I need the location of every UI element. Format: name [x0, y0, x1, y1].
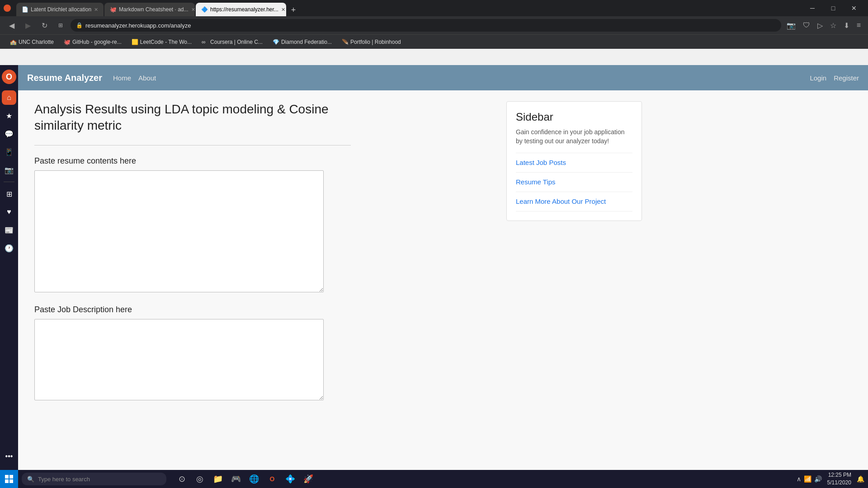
sidebar-whatsapp-icon[interactable]: 📱: [2, 145, 16, 159]
sidebar-link-item-jobs: Latest Job Posts: [516, 153, 632, 172]
bookmark-unc-charlotte[interactable]: 🏫 UNC Charlotte: [5, 37, 58, 47]
play-icon[interactable]: ▷: [816, 19, 825, 32]
taskbar-icon-rocket[interactable]: 🚀: [300, 471, 316, 487]
job-textarea[interactable]: [34, 319, 324, 400]
task-view-icon[interactable]: ⊙: [174, 471, 190, 487]
page-title: Analysis Results using LDA topic modelin…: [34, 101, 351, 134]
tab-favicon-lda: 📄: [22, 6, 28, 13]
resume-section: Paste resume contents here: [34, 156, 495, 294]
taskbar-icon-vscode[interactable]: 💠: [282, 471, 298, 487]
back-button[interactable]: ◀: [5, 19, 18, 32]
tab-favicon-resume: 🔷: [201, 6, 208, 13]
shield-icon[interactable]: 🛡: [801, 19, 812, 31]
svg-rect-1: [9, 475, 13, 479]
taskbar-icons: ⊙ ◎ 📁 🎮 🌐 O 💠 🚀: [174, 471, 316, 487]
tray-up-icon[interactable]: ∧: [797, 475, 801, 483]
taskbar-search-text: Type here to search: [38, 476, 90, 483]
sidebar-widget: Sidebar Gain confidence in your job appl…: [506, 101, 642, 221]
taskbar-icon-explorer[interactable]: 📁: [210, 471, 226, 487]
opera-sidebar: O ⌂ ★ 💬 📱 📷 ⊞ ♥ 📰 🕐 •••: [0, 65, 18, 470]
sidebar-history-icon[interactable]: 🕐: [2, 241, 16, 255]
nav-home-link[interactable]: Home: [113, 74, 131, 82]
taskbar-icon-chrome[interactable]: 🌐: [246, 471, 262, 487]
sidebar-star-icon[interactable]: ★: [2, 108, 16, 123]
latest-job-posts-link[interactable]: Latest Job Posts: [516, 159, 566, 166]
app-nav-links: Home About: [113, 74, 810, 82]
taskbar-icon-game[interactable]: 🎮: [228, 471, 244, 487]
bookmark-portfolio[interactable]: 🪶 Portfolio | Robinhood: [337, 37, 406, 47]
resume-tips-link[interactable]: Resume Tips: [516, 178, 556, 186]
taskbar: 🔍 Type here to search ⊙ ◎ 📁 🎮 🌐 O 💠 🚀 ∧ …: [0, 470, 868, 488]
bookmark-diamond[interactable]: 💎 Diamond Federatio...: [268, 37, 336, 47]
sidebar-divider-1: [4, 182, 14, 182]
close-button[interactable]: ✕: [844, 0, 864, 16]
download-icon[interactable]: ⬇: [842, 19, 851, 32]
address-bar[interactable]: 🔒 resumeanalyzer.herokuapp.com/analyze: [71, 19, 781, 32]
maximize-button[interactable]: □: [823, 0, 844, 16]
new-tab-button[interactable]: +: [287, 4, 300, 16]
title-divider: [34, 145, 351, 145]
forward-button[interactable]: ▶: [22, 19, 34, 32]
menu-icon[interactable]: ≡: [855, 19, 863, 31]
resume-textarea[interactable]: [34, 170, 324, 292]
taskbar-icon-opera[interactable]: O: [264, 471, 280, 487]
job-section: Paste Job Description here: [34, 305, 495, 402]
start-button[interactable]: [0, 470, 18, 488]
app-navbar: Resume Analyzer Home About Login Registe…: [18, 65, 868, 90]
diamond-favicon: 💎: [273, 39, 279, 45]
nav-about-link[interactable]: About: [138, 74, 156, 82]
tab-lda[interactable]: 📄 Latent Dirichlet allocation ✕: [16, 3, 104, 16]
svg-rect-2: [5, 479, 9, 483]
tray-network-icon[interactable]: 📶: [804, 475, 811, 483]
sidebar-widget-title: Sidebar: [516, 111, 632, 123]
resume-label: Paste resume contents here: [34, 156, 495, 166]
job-label: Paste Job Description here: [34, 305, 495, 314]
svg-rect-3: [9, 479, 13, 483]
tab-close-resume[interactable]: ✕: [281, 7, 285, 13]
register-link[interactable]: Register: [834, 74, 859, 82]
tab-close-lda[interactable]: ✕: [94, 7, 98, 13]
bookmark-github[interactable]: 🐙 GitHub - google-re...: [59, 37, 126, 47]
view-button[interactable]: ⊞: [54, 19, 67, 32]
portfolio-favicon: 🪶: [342, 39, 348, 45]
bookmarks-bar: 🏫 UNC Charlotte 🐙 GitHub - google-re... …: [0, 34, 868, 49]
bookmark-coursera[interactable]: ∞ Coursera | Online C...: [197, 37, 267, 47]
bookmark-leetcode[interactable]: 🟨 LeetCode - The Wo...: [127, 37, 196, 47]
tab-favicon-markdown: 🐙: [110, 6, 116, 13]
main-content: Analysis Results using LDA topic modelin…: [18, 90, 651, 424]
taskbar-tray: ∧ 📶 🔊: [797, 475, 822, 483]
tray-sound-icon[interactable]: 🔊: [814, 475, 822, 483]
lock-icon: 🔒: [76, 22, 83, 28]
content-area: Analysis Results using LDA topic modelin…: [34, 101, 495, 413]
sidebar-link-item-project: Learn More About Our Project: [516, 192, 632, 211]
app-brand: Resume Analyzer: [27, 73, 102, 83]
sidebar-home-icon[interactable]: ⌂: [2, 90, 16, 105]
tab-close-markdown[interactable]: ✕: [191, 7, 195, 13]
taskbar-time: 12:25 PM 5/11/2020: [827, 471, 851, 487]
login-link[interactable]: Login: [810, 74, 826, 82]
reload-button[interactable]: ↻: [38, 19, 51, 32]
sidebar-link-item-tips: Resume Tips: [516, 172, 632, 192]
learn-more-link[interactable]: Learn More About Our Project: [516, 197, 606, 205]
sidebar-news-icon[interactable]: 📰: [2, 223, 16, 237]
sidebar-links: Latest Job Posts Resume Tips Learn More …: [516, 153, 632, 211]
svg-rect-0: [5, 475, 9, 479]
unc-favicon: 🏫: [10, 39, 16, 45]
taskbar-icon-cortana[interactable]: ◎: [192, 471, 208, 487]
tab-resume-analyzer[interactable]: 🔷 https://resumeanalyzer.her... ✕: [196, 3, 286, 16]
tab-markdown[interactable]: 🐙 Markdown Cheatsheet · ad... ✕: [104, 3, 195, 16]
taskbar-search-icon: 🔍: [27, 476, 34, 483]
bookmark-star-icon[interactable]: ☆: [828, 19, 838, 32]
taskbar-right: ∧ 📶 🔊 12:25 PM 5/11/2020 🔔: [797, 471, 868, 487]
opera-logo-sidebar[interactable]: O: [2, 70, 16, 84]
sidebar-heart-icon[interactable]: ♥: [2, 205, 16, 219]
sidebar-grid-icon[interactable]: ⊞: [2, 187, 16, 201]
minimize-button[interactable]: ─: [802, 0, 823, 16]
sidebar-more-icon[interactable]: •••: [2, 451, 16, 465]
leetcode-favicon: 🟨: [132, 39, 138, 45]
notification-icon[interactable]: 🔔: [857, 475, 864, 483]
camera-icon[interactable]: 📷: [785, 19, 797, 32]
sidebar-messenger-icon[interactable]: 💬: [2, 127, 16, 141]
sidebar-instagram-icon[interactable]: 📷: [2, 163, 16, 177]
taskbar-search-bar[interactable]: 🔍 Type here to search: [22, 473, 166, 485]
